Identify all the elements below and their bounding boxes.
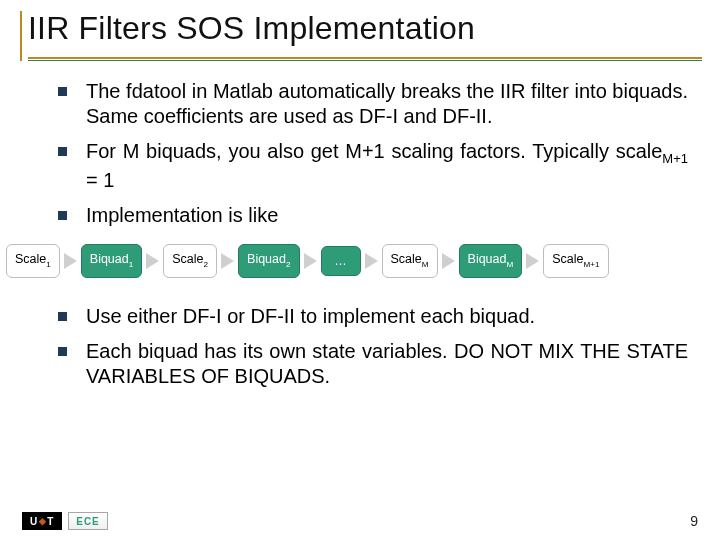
dots-block: … [321, 246, 361, 277]
ut-logo: U ◆ T [22, 512, 62, 530]
biquad-block: BiquadM [459, 244, 523, 278]
content-bottom: Use either DF-I or DF-II to implement ea… [0, 278, 720, 390]
bullet-item: Implementation is like [58, 203, 688, 228]
arrow-right-icon [304, 253, 317, 269]
scale-block: Scale1 [6, 244, 60, 278]
bullet-item: For M biquads, you also get M+1 scaling … [58, 139, 688, 193]
footer: U ◆ T ECE 9 [0, 512, 720, 530]
slide: IIR Filters SOS Implementation The fdato… [0, 0, 720, 540]
content-top: The fdatool in Matlab automatically brea… [0, 61, 720, 228]
arrow-right-icon [442, 253, 455, 269]
title-rule-bottom [28, 60, 702, 61]
scale-block: Scale2 [163, 244, 217, 278]
title-rule-side [20, 11, 22, 61]
arrow-right-icon [146, 253, 159, 269]
title-rule-top [28, 57, 702, 59]
logo-group: U ◆ T ECE [22, 512, 108, 530]
scale-block: ScaleM [382, 244, 438, 278]
bullet-item: Each biquad has its own state variables.… [58, 339, 688, 389]
slide-title: IIR Filters SOS Implementation [28, 10, 702, 47]
arrow-right-icon [526, 253, 539, 269]
biquad-block: Biquad2 [238, 244, 299, 278]
arrow-right-icon [365, 253, 378, 269]
arrow-right-icon [221, 253, 234, 269]
ece-logo: ECE [68, 512, 108, 530]
biquad-block: Biquad1 [81, 244, 142, 278]
bullet-list-top: The fdatool in Matlab automatically brea… [58, 79, 688, 228]
page-number: 9 [690, 513, 698, 529]
title-wrap: IIR Filters SOS Implementation [0, 0, 720, 53]
bullet-item: The fdatool in Matlab automatically brea… [58, 79, 688, 129]
bullet-list-bottom: Use either DF-I or DF-II to implement ea… [58, 304, 688, 390]
arrow-right-icon [64, 253, 77, 269]
block-chain: Scale1Biquad1Scale2Biquad2…ScaleMBiquadM… [0, 238, 720, 278]
longhorn-icon: ◆ [39, 516, 47, 526]
bullet-item: Use either DF-I or DF-II to implement ea… [58, 304, 688, 329]
ut-logo-left: U [30, 516, 38, 527]
title-underline [28, 57, 702, 61]
scale-block: ScaleM+1 [543, 244, 608, 278]
ut-logo-right: T [47, 516, 54, 527]
